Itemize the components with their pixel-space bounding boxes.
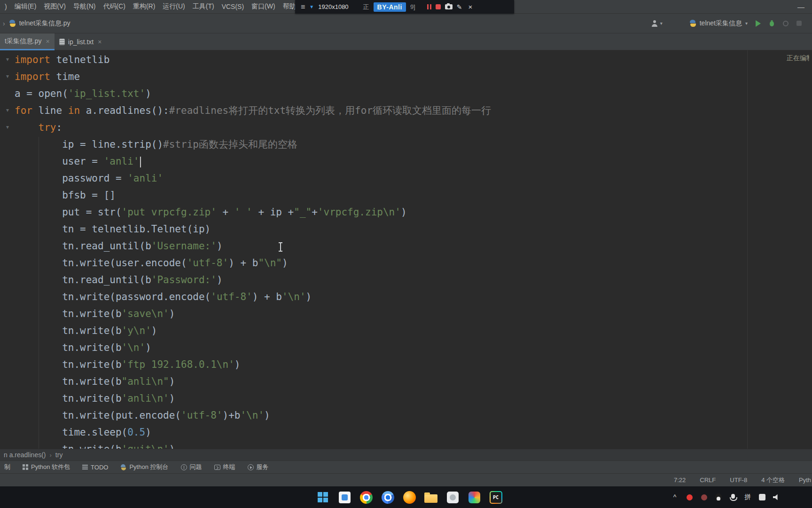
status-file-encoding[interactable]: UTF-8 [730, 476, 747, 484]
code-line[interactable]: tn.write(b'\n') [15, 339, 491, 356]
stop-recording-button[interactable] [436, 4, 441, 9]
code-line[interactable]: tn.write(b'ftp 192.168.0.1\n') [15, 356, 491, 373]
recorder-filename-field[interactable]: BY-Anli [374, 2, 406, 12]
code-segment: a = open( [15, 88, 68, 99]
status-interpreter[interactable]: Pyth [799, 476, 811, 484]
breadcrumb-item[interactable]: try [55, 451, 63, 459]
tool-window-services[interactable]: 服务 [248, 463, 269, 471]
fold-marker-icon[interactable]: ▾ [4, 124, 11, 130]
menu-item[interactable]: 重构(R) [129, 0, 159, 13]
code-line[interactable]: tn.write(user.encode('utf-8') + b"\n") [15, 254, 491, 271]
code-line[interactable]: try: [15, 119, 491, 136]
debug-button[interactable] [769, 20, 775, 27]
recorder-pin-icon[interactable]: ▼ [309, 4, 314, 9]
start-button[interactable] [316, 489, 330, 505]
taskbar-chromium-icon[interactable] [381, 489, 395, 505]
code-line[interactable]: tn.write(b'anli\n') [15, 390, 491, 407]
code-line[interactable]: tn.read_until(b'Password:') [15, 271, 491, 288]
run-button[interactable] [756, 20, 761, 27]
tool-window-problems[interactable]: 问题 [181, 463, 202, 471]
tray-record-icon[interactable] [686, 494, 693, 500]
user-menu[interactable]: ▾ [651, 20, 663, 27]
editor-tab[interactable]: ip_list.txt× [55, 33, 107, 50]
tray-chip-icon[interactable] [758, 494, 766, 500]
code-line[interactable]: tn.write(password.encode('utf-8') + b'\n… [15, 288, 491, 305]
taskbar-app-icon-1-glyph [447, 492, 459, 503]
windows-taskbar: PC ^拼 [0, 486, 812, 508]
minimize-button[interactable]: — [797, 0, 804, 14]
run-configuration-selector[interactable]: telnet采集信息 ▾ [689, 19, 748, 28]
taskbar-save-app-icon[interactable] [337, 489, 351, 505]
code-line[interactable]: bfsb = [] [15, 187, 491, 204]
pause-recording-button[interactable] [427, 4, 431, 9]
stop-button[interactable] [796, 21, 802, 26]
code-line[interactable]: tn.write(b'y\n') [15, 322, 491, 339]
taskbar-app-icon-2[interactable] [467, 489, 481, 505]
tray-expand-icon[interactable]: ^ [671, 493, 679, 501]
menu-item[interactable]: 导航(N) [70, 0, 99, 13]
code-line[interactable]: password = 'anli' [15, 170, 491, 187]
screenshot-button[interactable] [445, 4, 453, 9]
ime-pinyin-indicator[interactable]: 拼 [744, 493, 751, 501]
recorder-close-button[interactable]: × [468, 3, 472, 11]
status-indent-style[interactable]: 4 个空格 [761, 476, 785, 484]
editor-tab[interactable]: t采集信息.py× [0, 33, 55, 50]
taskbar-pycharm-icon[interactable]: PC [489, 489, 503, 505]
tool-window-python-packages[interactable]: Python 软件包 [23, 463, 70, 471]
code-segment: "anli\n" [122, 376, 169, 387]
tray-app-dot-icon[interactable] [700, 494, 708, 500]
code-line[interactable]: tn.write(b"anli\n") [15, 373, 491, 390]
status-line-separator[interactable]: CRLF [700, 476, 716, 484]
menu-item[interactable]: 编辑(E) [11, 0, 40, 13]
code-line[interactable]: user = 'anli' [15, 153, 491, 170]
taskbar-chrome-icon[interactable] [359, 489, 373, 505]
code-line[interactable]: tn.read_until(b'Username:') [15, 238, 491, 254]
breadcrumb-file-name[interactable]: telnet采集信息.py [19, 19, 70, 28]
tool-window-terminal[interactable]: 终端 [214, 463, 235, 471]
menu-item[interactable]: 视图(V) [40, 0, 70, 13]
taskbar-explorer-icon[interactable] [424, 489, 438, 505]
tray-mic-icon[interactable] [729, 494, 737, 500]
code-line[interactable]: tn.write(b'quit\n') [15, 441, 491, 449]
code-line[interactable]: import telnetlib [15, 51, 491, 68]
fold-marker-icon[interactable]: ▾ [4, 107, 11, 113]
profiler-button[interactable] [783, 21, 789, 26]
status-caret-position[interactable]: 7:22 [674, 476, 686, 484]
tool-window-todo[interactable]: TODO [82, 464, 108, 471]
code-line[interactable]: for line in a.readlines():#readlines将打开的… [15, 102, 491, 119]
breadcrumb-item[interactable]: n a.readlines() [4, 451, 46, 459]
taskbar-app-icon-1[interactable] [445, 489, 460, 505]
fold-marker-icon[interactable]: ▾ [4, 73, 11, 79]
code-segment: a.readlines(): [80, 105, 169, 116]
menu-item[interactable]: 运行(U) [159, 0, 188, 13]
editor[interactable]: ▾▾▾▾ import telnetlibimport timea = open… [0, 50, 812, 449]
code-line[interactable]: tn = telnetlib.Telnet(ip) [15, 221, 491, 238]
menu-item[interactable]: 工具(T) [189, 0, 218, 13]
menu-item[interactable]: ) [1, 0, 11, 13]
tab-close-icon[interactable]: × [98, 38, 102, 46]
menu-item[interactable]: 代码(C) [99, 0, 129, 13]
taskbar-firefox-icon[interactable] [402, 489, 416, 505]
code-line[interactable]: tn.write(b'save\n') [15, 305, 491, 322]
tool-window-python-console[interactable]: Python 控制台 [120, 463, 168, 471]
code-line[interactable]: tn.write(put.encode('utf-8')+b'\n') [15, 407, 491, 424]
tab-close-icon[interactable]: × [46, 38, 50, 45]
tray-speaker-icon[interactable] [773, 494, 781, 500]
menu-item[interactable]: VCS(S) [218, 0, 248, 13]
code-line[interactable]: time.sleep(0.5) [15, 424, 491, 441]
annotate-button[interactable]: ✎ [457, 3, 462, 11]
code-line[interactable]: a = open('ip_list.txt') [15, 85, 491, 102]
tool-window-version-control[interactable]: 制 [4, 463, 10, 471]
python-file-icon [9, 20, 16, 27]
code-line[interactable]: put = str('put vrpcfg.zip' + ' ' + ip +"… [15, 204, 491, 221]
code-line[interactable]: import time [15, 68, 491, 85]
tray-penguin-icon[interactable] [715, 493, 722, 501]
taskbar-chrome-icon-glyph [360, 491, 373, 504]
fold-marker-icon[interactable]: ▾ [4, 56, 11, 62]
menu-item[interactable]: 窗口(W) [248, 0, 279, 13]
run-toolbar: ▾ telnet采集信息 ▾ [651, 19, 802, 28]
code-line[interactable]: ip = line.strip()#strip函数去掉头和尾的空格 [15, 136, 491, 153]
recorder-partial-text: 正 [363, 3, 369, 11]
code-segment: put = str( [15, 206, 122, 218]
recorder-menu-icon[interactable]: ≡ [301, 3, 305, 11]
